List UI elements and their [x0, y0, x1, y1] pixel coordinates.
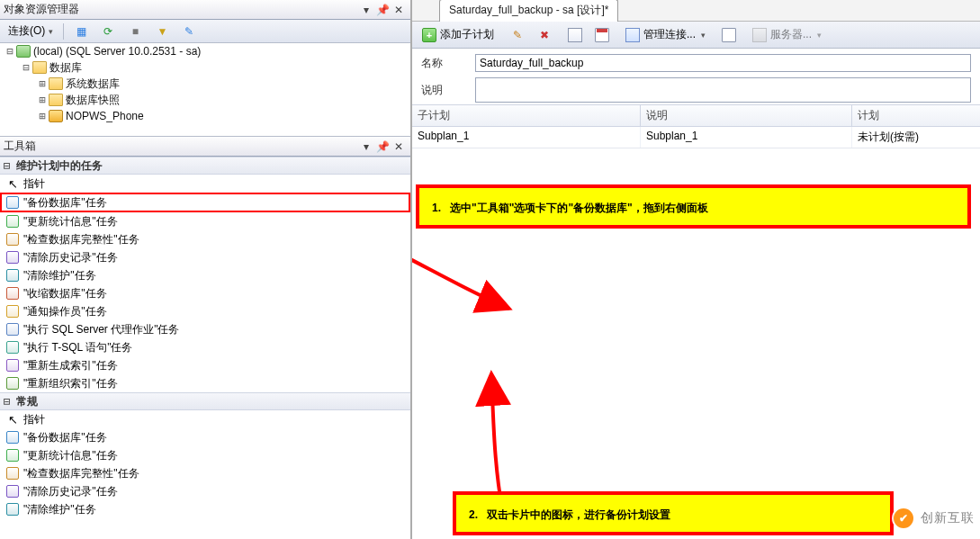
delete-button[interactable]: ✖	[533, 24, 556, 46]
toolbox-item[interactable]: "清除历史记录"任务	[0, 248, 410, 266]
new-query-button[interactable]: ▦	[69, 22, 93, 41]
grid-button[interactable]	[563, 24, 587, 46]
tree-twisty[interactable]: ⊞	[36, 77, 49, 90]
tree-twisty[interactable]: ⊟	[4, 45, 16, 58]
object-explorer-tree[interactable]: ⊟(local) (SQL Server 10.0.2531 - sa) ⊟数据…	[0, 43, 410, 137]
pointer-icon: ↖	[5, 412, 20, 427]
filter-button[interactable]: ▼	[150, 22, 174, 41]
tree-node-databases[interactable]: ⊟数据库	[0, 59, 410, 76]
toolbox-item-label: "通知操作员"任务	[23, 304, 107, 319]
schedule-button[interactable]	[590, 24, 614, 46]
toolbox-item[interactable]: "清除历史记录"任务	[0, 482, 410, 500]
stop-button[interactable]: ■	[123, 22, 147, 41]
toolbox-item[interactable]: ↖指针	[0, 410, 410, 428]
toolbox-item[interactable]: "备份数据库"任务	[0, 193, 410, 212]
toolbox-item[interactable]: ↖指针	[0, 175, 410, 193]
toolbox-item-label: "检查数据库完整性"任务	[23, 232, 139, 247]
pin-icon[interactable]: 📌	[374, 3, 391, 17]
watermark-icon: ✔	[892, 507, 915, 530]
desc-label: 说明	[421, 83, 475, 98]
backup-db-icon	[5, 195, 20, 210]
edit-button[interactable]: ✎	[506, 24, 529, 46]
toolbox-item[interactable]: "重新组织索引"任务	[0, 374, 410, 392]
toolbox-item-label: "清除历史记录"任务	[23, 250, 118, 265]
cell-sched: 未计划(按需)	[852, 127, 980, 148]
designer-tabstrip: Saturday_full_backup - sa [设计]*	[412, 0, 980, 22]
toolbox-item[interactable]: "收缩数据库"任务	[0, 284, 410, 302]
refresh-button[interactable]: ⟳	[96, 22, 120, 41]
exec-tsql-icon	[5, 340, 20, 355]
toolbox-group-general[interactable]: ⊟常规	[0, 392, 410, 410]
toolbox-item[interactable]: "通知操作员"任务	[0, 302, 410, 320]
check-db-icon	[5, 466, 20, 481]
toolbox-item-label: 指针	[23, 176, 45, 192]
backup-db-icon	[5, 430, 20, 445]
report-button[interactable]	[717, 24, 741, 46]
toolbox-item[interactable]: "检查数据库完整性"任务	[0, 464, 410, 482]
toolbox-item[interactable]: "更新统计信息"任务	[0, 212, 410, 230]
tree-node-system-db[interactable]: ⊞系统数据库	[0, 76, 410, 92]
toolbox-item[interactable]: "执行 T-SQL 语句"任务	[0, 338, 410, 356]
connect-button[interactable]: 连接(O)	[4, 22, 58, 41]
close-icon[interactable]: ✕	[391, 139, 407, 154]
toolbox-item[interactable]: "更新统计信息"任务	[0, 446, 410, 464]
col-sched[interactable]: 计划	[852, 105, 980, 126]
toolbox-item-label: "更新统计信息"任务	[23, 214, 118, 229]
watermark: ✔ 创新互联	[892, 507, 975, 530]
dropdown-icon[interactable]: ▾	[358, 139, 374, 154]
toolbox-list[interactable]: ⊟维护计划中的任务 ↖指针"备份数据库"任务"更新统计信息"任务"检查数据库完整…	[0, 157, 410, 539]
document-icon	[722, 28, 736, 42]
object-explorer-header: 对象资源管理器 ▾ 📌 ✕	[0, 0, 410, 20]
tree-node-snapshot[interactable]: ⊞数据库快照	[0, 92, 410, 108]
servers-button[interactable]: 服务器...	[748, 24, 826, 46]
tree-node-server[interactable]: ⊟(local) (SQL Server 10.0.2531 - sa)	[0, 43, 410, 59]
name-label: 名称	[421, 56, 475, 71]
toolbox-item[interactable]: "备份数据库"任务	[0, 428, 410, 446]
update-stats-icon	[5, 448, 20, 463]
separator	[63, 23, 64, 40]
designer-tab[interactable]: Saturday_full_backup - sa [设计]*	[439, 0, 618, 22]
toolbox-title: 工具箱	[4, 139, 358, 154]
designer-properties: 名称 说明	[412, 49, 980, 104]
notify-icon	[5, 304, 20, 319]
designer-toolbar: 添加子计划 ✎ ✖ 管理连接... 服务器...	[412, 22, 980, 49]
toolbox-item[interactable]: "清除维护"任务	[0, 266, 410, 284]
tree-twisty[interactable]: ⊟	[20, 61, 32, 74]
cleanup-history-icon	[5, 484, 20, 499]
design-surface[interactable]: 1.选中"工具箱"选项卡下的"备份数据库"，拖到右侧面板 "备份数据库"任务	[412, 148, 980, 539]
subplan-grid-header: 子计划 说明 计划	[412, 104, 980, 127]
toolbox-group-maint[interactable]: ⊟维护计划中的任务	[0, 157, 410, 175]
tree-twisty[interactable]: ⊞	[36, 94, 49, 106]
toolbox-item-label: 指针	[23, 412, 45, 427]
name-input[interactable]	[475, 54, 971, 72]
toolbox-item[interactable]: "执行 SQL Server 代理作业"任务	[0, 320, 410, 338]
folder-icon	[49, 77, 63, 90]
add-subplan-button[interactable]: 添加子计划	[418, 24, 499, 46]
toolbox-item-label: "更新统计信息"任务	[23, 448, 118, 463]
object-explorer-title: 对象资源管理器	[4, 2, 358, 17]
update-stats-icon	[5, 214, 20, 229]
exec-agent-icon	[5, 322, 20, 337]
script-button[interactable]: ✎	[177, 22, 201, 41]
desc-input[interactable]	[475, 77, 971, 103]
toolbox-item[interactable]: "重新生成索引"任务	[0, 356, 410, 374]
server-icon	[752, 28, 767, 42]
cell-desc: Subplan_1	[641, 127, 852, 148]
tree-twisty[interactable]: ⊞	[36, 110, 49, 122]
col-desc[interactable]: 说明	[641, 105, 852, 126]
toolbox-item[interactable]: "清除维护"任务	[0, 500, 410, 518]
tree-node-nopws[interactable]: ⊞NOPWS_Phone	[0, 108, 410, 124]
col-subplan[interactable]: 子计划	[412, 105, 641, 126]
close-icon[interactable]: ✕	[391, 3, 407, 17]
toolbox-item[interactable]: "检查数据库完整性"任务	[0, 230, 410, 248]
check-db-icon	[5, 232, 20, 247]
manage-conn-button[interactable]: 管理连接...	[621, 24, 710, 46]
rebuild-index-icon	[5, 358, 20, 373]
annotation-callout-1: 1.选中"工具箱"选项卡下的"备份数据库"，拖到右侧面板	[416, 184, 971, 229]
pin-icon[interactable]: 📌	[374, 139, 391, 154]
toolbox-item-label: "检查数据库完整性"任务	[23, 466, 139, 481]
dropdown-icon[interactable]: ▾	[358, 3, 374, 17]
object-explorer-toolbar: 连接(O) ▦ ⟳ ■ ▼ ✎	[0, 20, 410, 43]
toolbox-item-label: "执行 SQL Server 代理作业"任务	[23, 322, 179, 337]
subplan-row[interactable]: Subplan_1 Subplan_1 未计划(按需)	[412, 127, 980, 148]
